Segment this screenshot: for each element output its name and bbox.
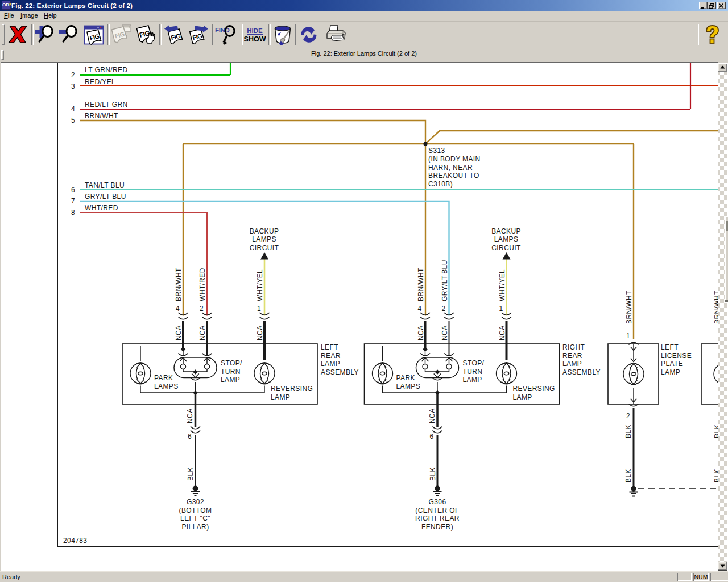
svg-text:G302: G302: [187, 498, 204, 506]
svg-text:WHT/RED: WHT/RED: [85, 204, 118, 212]
svg-text:PILLAR): PILLAR): [181, 523, 209, 531]
svg-text:WHT/YEL: WHT/YEL: [256, 269, 264, 301]
svg-text:WHT/RED: WHT/RED: [198, 268, 206, 301]
svg-text:SHOW: SHOW: [244, 35, 266, 43]
svg-text:PLATE: PLATE: [661, 360, 683, 368]
svg-text:BLK: BLK: [713, 469, 718, 483]
svg-text:LAMP: LAMP: [321, 360, 340, 368]
svg-text:LICENSE: LICENSE: [661, 352, 692, 360]
svg-text:C310B): C310B): [428, 180, 453, 188]
svg-text:ASSEMBLY: ASSEMBLY: [321, 368, 359, 376]
svg-text:LEFT "C": LEFT "C": [180, 514, 210, 522]
svg-text:RED/LT GRN: RED/LT GRN: [85, 101, 128, 109]
svg-text:BRN/WHT: BRN/WHT: [713, 290, 718, 324]
svg-text:BLK: BLK: [713, 425, 718, 438]
svg-text:BREAKOUT TO: BREAKOUT TO: [428, 172, 479, 180]
svg-text:8: 8: [71, 209, 75, 217]
svg-text:LAMP: LAMP: [661, 368, 680, 376]
svg-text:ASSEMBLY: ASSEMBLY: [562, 368, 601, 376]
svg-text:4: 4: [71, 105, 75, 113]
svg-text:LAMP: LAMP: [562, 360, 582, 368]
svg-text:(CENTER OF: (CENTER OF: [415, 506, 459, 514]
svg-text:WHT/YEL: WHT/YEL: [498, 269, 506, 301]
svg-text:GRY/LT BLU: GRY/LT BLU: [441, 260, 449, 301]
svg-text:RIGHT: RIGHT: [562, 343, 585, 351]
svg-text:BRN/WHT: BRN/WHT: [625, 290, 633, 324]
svg-text:LEFT: LEFT: [321, 343, 338, 351]
svg-text:204783: 204783: [63, 537, 87, 544]
svg-text:RED/YEL: RED/YEL: [85, 78, 115, 86]
svg-text:(IN BODY MAIN: (IN BODY MAIN: [428, 155, 481, 163]
svg-text:(BOTTOM: (BOTTOM: [179, 506, 212, 514]
svg-text:1: 1: [626, 332, 630, 340]
svg-text:TAN/LT BLU: TAN/LT BLU: [85, 181, 125, 189]
svg-text:3: 3: [71, 82, 75, 90]
svg-text:LEFT: LEFT: [661, 343, 679, 351]
svg-text:HARN, NEAR: HARN, NEAR: [428, 164, 473, 172]
svg-text:2: 2: [71, 71, 75, 79]
svg-text:5: 5: [71, 117, 75, 124]
svg-text:GRY/LT BLU: GRY/LT BLU: [85, 193, 126, 201]
svg-text:BLK: BLK: [624, 425, 632, 438]
svg-text:FIND: FIND: [215, 27, 230, 34]
svg-text:BRN/WHT: BRN/WHT: [417, 268, 425, 301]
svg-text:REAR: REAR: [321, 352, 341, 360]
svg-text:BRN/WHT: BRN/WHT: [85, 112, 118, 120]
svg-text:HIDE: HIDE: [247, 27, 263, 34]
svg-text:LT GRN/RED: LT GRN/RED: [85, 66, 128, 74]
svg-text:G306: G306: [429, 498, 446, 506]
svg-text:RIGHT REAR: RIGHT REAR: [415, 514, 460, 522]
svg-text:BRN/WHT: BRN/WHT: [175, 268, 183, 301]
svg-text:S313: S313: [428, 147, 445, 155]
svg-text:7: 7: [71, 197, 75, 205]
svg-text:2: 2: [626, 412, 630, 420]
svg-text:BLK: BLK: [624, 469, 632, 483]
svg-text:REAR: REAR: [562, 352, 582, 360]
svg-text:6: 6: [71, 186, 75, 194]
svg-text:FENDER): FENDER): [421, 523, 453, 531]
